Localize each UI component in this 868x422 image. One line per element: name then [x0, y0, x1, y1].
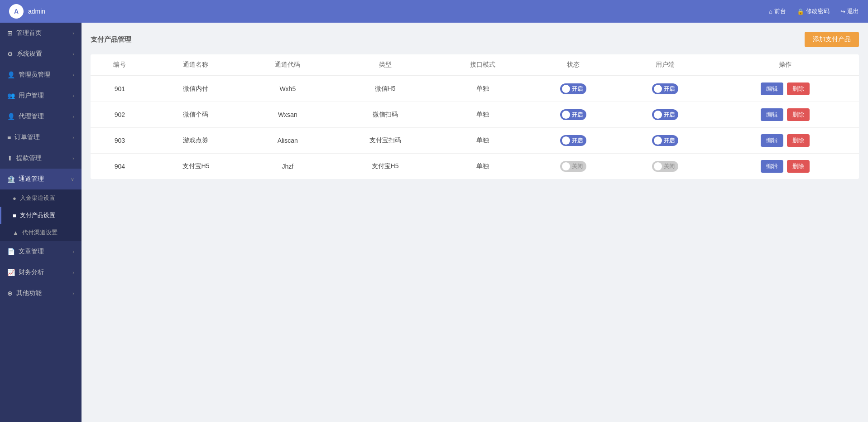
sidebar-label-article: 文章管理: [19, 247, 44, 256]
channel-submenu: ● 入金渠道设置 ■ 支付产品设置 ▲ 代付渠道设置: [0, 189, 82, 241]
cell-status: 开启: [528, 102, 619, 128]
toggle-circle: [654, 136, 662, 145]
table-row: 901 微信内付 Wxh5 微信H5 单独 开启 开启 编辑 删除: [91, 76, 859, 102]
finance-icon: 📈: [7, 269, 15, 276]
toggle-circle: [562, 85, 570, 93]
toggle-circle: [562, 111, 570, 119]
layout: ⊞ 管理首页 › ⚙ 系统设置 › 👤 管理员管理 › 👥 用户管理 ›: [0, 23, 868, 422]
logout-label: 退出: [847, 7, 859, 15]
sidebar-label-system: 系统设置: [17, 50, 42, 58]
sidebar-item-system[interactable]: ⚙ 系统设置 ›: [0, 44, 82, 64]
chevron-icon: ›: [72, 51, 74, 57]
header-right: ⌂ 前台 🔒 修改密码 ↪ 退出: [769, 7, 859, 15]
cell-interface: 单独: [438, 128, 528, 154]
cell-actions: 编辑 删除: [711, 76, 859, 102]
sidebar-item-agent-mgmt[interactable]: 👤 代理管理 ›: [0, 106, 82, 127]
income-icon: ●: [13, 195, 16, 202]
cell-status: 关闭: [528, 154, 619, 179]
logout-icon: ↪: [840, 8, 845, 15]
cell-code: Wxsan: [243, 102, 332, 128]
gear-icon: ⚙: [7, 50, 13, 58]
sidebar-item-channel-mgmt[interactable]: 🏦 通道管理 ∨: [0, 169, 82, 189]
delete-button[interactable]: 删除: [787, 160, 810, 173]
sidebar-item-dashboard[interactable]: ⊞ 管理首页 ›: [0, 23, 82, 44]
page-title: 支付产品管理: [91, 35, 131, 44]
sidebar-item-order-mgmt[interactable]: ≡ 订单管理 ›: [0, 127, 82, 148]
sidebar-label-agent: 代理管理: [19, 112, 44, 121]
cell-user-status: 开启: [619, 102, 711, 128]
status-toggle[interactable]: 开启: [560, 83, 586, 94]
cell-actions: 编辑 删除: [711, 154, 859, 179]
col-name: 通道名称: [149, 54, 243, 76]
sidebar-item-finance[interactable]: 📈 财务分析 ›: [0, 262, 82, 283]
payment-product-label: 支付产品设置: [20, 211, 55, 219]
edit-button[interactable]: 编辑: [761, 134, 783, 147]
user-status-toggle[interactable]: 开启: [652, 135, 678, 146]
table-row: 902 微信个码 Wxsan 微信扫码 单独 开启 开启 编辑 删除: [91, 102, 859, 128]
status-toggle[interactable]: 开启: [560, 109, 586, 120]
cell-status: 开启: [528, 76, 619, 102]
sidebar-item-other[interactable]: ⊕ 其他功能 ›: [0, 283, 82, 304]
change-password-link[interactable]: 🔒 修改密码: [797, 7, 830, 15]
edit-button[interactable]: 编辑: [761, 82, 783, 95]
cell-interface: 单独: [438, 102, 528, 128]
sidebar-item-income-channel[interactable]: ● 入金渠道设置: [0, 189, 82, 207]
lock-icon: 🔒: [797, 8, 804, 15]
status-toggle[interactable]: 关闭: [560, 161, 586, 172]
users-icon: 👥: [7, 92, 15, 99]
delete-button[interactable]: 删除: [787, 108, 810, 121]
delete-button[interactable]: 删除: [787, 82, 810, 95]
sidebar-item-withdraw-mgmt[interactable]: ⬆ 提款管理 ›: [0, 148, 82, 169]
toggle-circle: [654, 162, 662, 170]
user-status-toggle[interactable]: 开启: [652, 109, 678, 120]
col-user: 用户端: [619, 54, 711, 76]
chevron-icon: ›: [72, 249, 74, 254]
cell-code: Jhzf: [243, 154, 332, 179]
cell-type: 微信H5: [332, 76, 438, 102]
home-icon: ⌂: [769, 8, 772, 15]
sidebar-item-article-mgmt[interactable]: 📄 文章管理 ›: [0, 241, 82, 262]
channel-icon: 🏦: [7, 175, 15, 183]
sidebar-label-channel: 通道管理: [19, 175, 44, 183]
cell-code: Wxh5: [243, 76, 332, 102]
toggle-circle: [654, 111, 662, 119]
chevron-icon: ›: [72, 155, 74, 161]
table-body: 901 微信内付 Wxh5 微信H5 单独 开启 开启 编辑 删除: [91, 76, 859, 179]
toggle-circle: [562, 136, 570, 145]
cell-name: 支付宝H5: [149, 154, 243, 179]
product-table: 编号 通道名称 通道代码 类型 接口模式 状态 用户端 操作 901 微信内付 …: [91, 54, 859, 179]
chevron-icon: ›: [72, 114, 74, 119]
frontend-link[interactable]: ⌂ 前台: [769, 7, 786, 15]
status-toggle[interactable]: 开启: [560, 135, 586, 146]
main-content: 支付产品管理 添加支付产品 编号 通道名称 通道代码 类型 接口模式 状态 用户…: [82, 23, 868, 422]
delete-button[interactable]: 删除: [787, 134, 810, 147]
cell-interface: 单独: [438, 76, 528, 102]
edit-button[interactable]: 编辑: [761, 160, 783, 173]
sidebar-label-finance: 财务分析: [19, 268, 44, 276]
user-status-toggle[interactable]: 开启: [652, 83, 678, 94]
logout-link[interactable]: ↪ 退出: [840, 7, 859, 15]
order-icon: ≡: [7, 134, 11, 141]
user-status-toggle[interactable]: 关闭: [652, 161, 678, 172]
cell-id: 903: [91, 128, 149, 154]
table-row: 903 游戏点券 Aliscan 支付宝扫码 单独 开启 开启 编辑 删除: [91, 128, 859, 154]
avatar: A: [9, 4, 24, 19]
article-icon: 📄: [7, 248, 15, 255]
table-header: 编号 通道名称 通道代码 类型 接口模式 状态 用户端 操作: [91, 54, 859, 76]
cell-type: 支付宝H5: [332, 154, 438, 179]
sidebar-item-user-mgmt[interactable]: 👥 用户管理 ›: [0, 85, 82, 106]
sidebar: ⊞ 管理首页 › ⚙ 系统设置 › 👤 管理员管理 › 👥 用户管理 ›: [0, 23, 82, 422]
add-product-button[interactable]: 添加支付产品: [805, 32, 859, 47]
cell-name: 微信个码: [149, 102, 243, 128]
sidebar-item-admin-mgmt[interactable]: 👤 管理员管理 ›: [0, 64, 82, 85]
edit-button[interactable]: 编辑: [761, 108, 783, 121]
admin-label: admin: [28, 8, 45, 15]
col-action: 操作: [711, 54, 859, 76]
cell-actions: 编辑 删除: [711, 128, 859, 154]
sidebar-item-payment-product[interactable]: ■ 支付产品设置: [0, 207, 82, 224]
cell-user-status: 关闭: [619, 154, 711, 179]
sidebar-item-agent-channel[interactable]: ▲ 代付渠道设置: [0, 224, 82, 241]
sidebar-label-other: 其他功能: [16, 289, 42, 297]
cell-name: 微信内付: [149, 76, 243, 102]
cell-name: 游戏点券: [149, 128, 243, 154]
